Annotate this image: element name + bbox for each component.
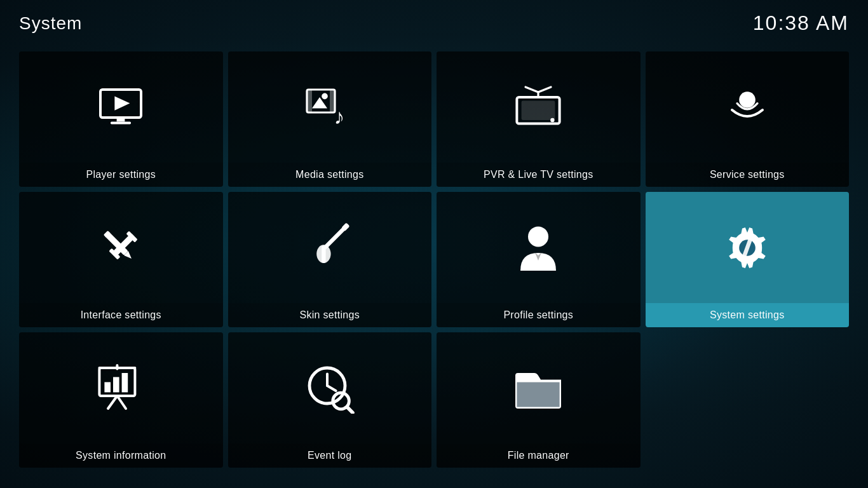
event-log-item[interactable]: Event log (228, 332, 432, 468)
service-settings-icon-area (646, 51, 850, 163)
filemanager-icon (513, 363, 564, 414)
svg-rect-3 (111, 121, 131, 124)
system-information-icon-area (19, 332, 223, 444)
pvr-icon (513, 82, 564, 133)
eventlog-icon (304, 363, 355, 414)
player-icon (95, 82, 146, 133)
svg-point-16 (739, 92, 756, 108)
interface-settings-label: Interface settings (19, 303, 223, 327)
system-settings-item[interactable]: System settings (646, 192, 850, 327)
service-settings-label: Service settings (646, 163, 850, 187)
file-manager-label: File manager (437, 444, 641, 468)
pvr-settings-item[interactable]: PVR & Live TV settings (437, 51, 641, 187)
svg-rect-2 (117, 118, 125, 121)
interface-icon (95, 222, 146, 273)
svg-rect-5 (307, 90, 312, 112)
file-manager-item[interactable]: File manager (437, 332, 641, 468)
profile-settings-item[interactable]: Profile settings (437, 192, 641, 327)
media-settings-label: Media settings (228, 163, 432, 187)
settings-grid: Player settings ♪ Media settings (0, 46, 868, 487)
skin-settings-icon-area (228, 192, 432, 303)
svg-line-44 (347, 407, 353, 412)
information-icon (95, 363, 146, 414)
skin-icon (304, 222, 355, 273)
player-settings-label: Player settings (19, 163, 223, 187)
header: System 10:38 AM (0, 0, 868, 46)
profile-settings-icon-area (437, 192, 641, 303)
system-information-item[interactable]: System information (19, 332, 223, 468)
svg-line-37 (118, 396, 126, 409)
svg-rect-34 (113, 377, 119, 392)
media-settings-item[interactable]: ♪ Media settings (228, 51, 432, 187)
system-icon (722, 222, 773, 273)
file-manager-icon-area (437, 332, 641, 444)
skin-settings-label: Skin settings (228, 303, 432, 327)
svg-line-42 (327, 386, 336, 391)
svg-line-10 (526, 87, 538, 92)
svg-point-8 (322, 93, 328, 99)
empty-slot (646, 332, 850, 468)
player-settings-icon-area (19, 51, 223, 163)
event-log-label: Event log (228, 444, 432, 468)
svg-point-15 (550, 118, 554, 121)
system-information-label: System information (19, 444, 223, 468)
svg-text:♪: ♪ (334, 104, 344, 128)
svg-rect-14 (522, 101, 555, 119)
interface-settings-icon-area (19, 192, 223, 303)
svg-point-27 (528, 226, 548, 247)
svg-marker-1 (115, 96, 130, 110)
svg-rect-33 (105, 382, 111, 392)
pvr-settings-icon-area (437, 51, 641, 163)
pvr-settings-label: PVR & Live TV settings (437, 163, 641, 187)
svg-line-11 (538, 87, 551, 92)
profile-icon (513, 222, 564, 273)
service-settings-item[interactable]: Service settings (646, 51, 850, 187)
media-settings-icon-area: ♪ (228, 51, 432, 163)
svg-line-36 (108, 396, 117, 409)
svg-line-25 (325, 227, 344, 247)
event-log-icon-area (228, 332, 432, 444)
service-icon (722, 82, 773, 133)
clock: 10:38 AM (753, 11, 849, 35)
player-settings-item[interactable]: Player settings (19, 51, 223, 187)
profile-settings-label: Profile settings (437, 303, 641, 327)
svg-rect-35 (122, 373, 128, 392)
system-settings-label: System settings (646, 303, 850, 327)
interface-settings-item[interactable]: Interface settings (19, 192, 223, 327)
skin-settings-item[interactable]: Skin settings (228, 192, 432, 327)
page-title: System (19, 13, 82, 34)
system-settings-icon-area (646, 192, 850, 303)
media-icon: ♪ (304, 82, 355, 133)
